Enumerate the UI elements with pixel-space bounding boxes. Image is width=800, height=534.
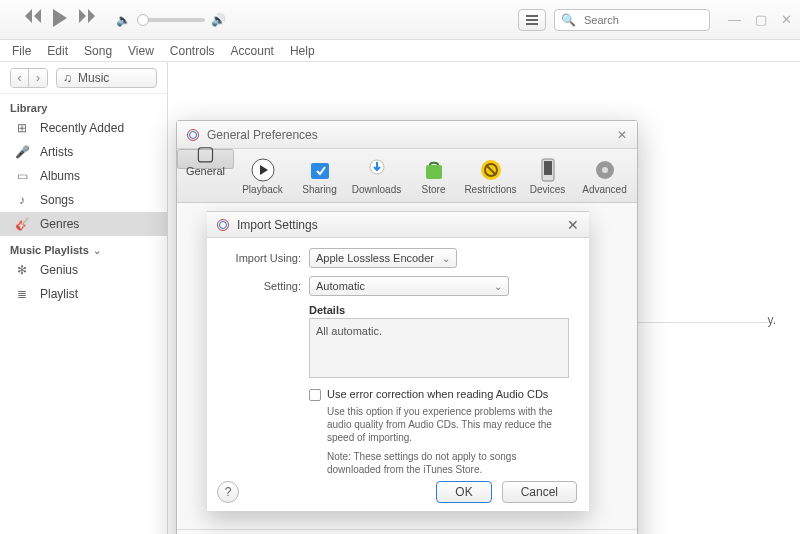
tab-label: Advanced: [582, 184, 626, 195]
close-button[interactable]: ✕: [567, 217, 579, 233]
next-track-button[interactable]: [78, 9, 96, 30]
import-using-dropdown[interactable]: Apple Lossless Encoder⌄: [309, 248, 457, 268]
background-text-partial: y.: [768, 313, 776, 327]
menu-file[interactable]: File: [12, 44, 31, 58]
svg-rect-3: [426, 165, 442, 179]
sidebar-item-label: Genius: [40, 263, 78, 277]
chevron-down-icon: ⌄: [494, 281, 502, 292]
search-input[interactable]: 🔍: [554, 9, 710, 31]
search-icon: 🔍: [561, 13, 576, 27]
dropdown-value: Automatic: [316, 280, 365, 292]
itunes-icon: [187, 129, 199, 141]
playback-tab-icon: [249, 156, 277, 184]
sidebar-item-label: Artists: [40, 145, 73, 159]
tab-sharing[interactable]: Sharing: [291, 149, 348, 202]
window-minimize-button[interactable]: —: [728, 12, 741, 27]
sidebar-item-label: Playlist: [40, 287, 78, 301]
menu-account[interactable]: Account: [231, 44, 274, 58]
tab-label: Downloads: [352, 184, 401, 195]
volume-max-icon: 🔊: [211, 13, 226, 27]
import-using-label: Import Using:: [219, 252, 301, 264]
checkbox-label: Use error correction when reading Audio …: [327, 388, 548, 400]
prev-track-button[interactable]: [24, 9, 42, 30]
help-button[interactable]: ?: [217, 481, 239, 503]
playlist-icon: ≣: [14, 287, 30, 301]
advanced-tab-icon: [591, 156, 619, 184]
general-preferences-dialog: General Preferences ✕ ▢General Playback …: [176, 120, 638, 534]
close-button[interactable]: ✕: [617, 128, 627, 142]
sidebar-section-library: Library: [0, 94, 167, 116]
menu-help[interactable]: Help: [290, 44, 315, 58]
svg-rect-7: [544, 161, 552, 175]
details-text: All automatic.: [309, 318, 569, 378]
sidebar-item-songs[interactable]: ♪Songs: [0, 188, 167, 212]
import-settings-dialog: Import Settings ✕ Import Using: Apple Lo…: [207, 211, 589, 511]
details-heading: Details: [309, 304, 577, 316]
devices-tab-icon: [534, 156, 562, 184]
tab-label: General: [186, 165, 225, 177]
prefs-tabbar: ▢General Playback Sharing Downloads Stor…: [177, 149, 637, 203]
setting-dropdown[interactable]: Automatic⌄: [309, 276, 509, 296]
menu-controls[interactable]: Controls: [170, 44, 215, 58]
store-tab-icon: [420, 156, 448, 184]
sidebar: ‹ › ♫ Music Library ⊞Recently Added 🎤Art…: [0, 62, 168, 534]
sharing-tab-icon: [306, 156, 334, 184]
genius-icon: ✻: [14, 263, 30, 277]
svg-rect-1: [311, 163, 329, 179]
sidebar-item-playlist[interactable]: ≣Playlist: [0, 282, 167, 306]
media-kind-dropdown[interactable]: ♫ Music: [56, 68, 157, 88]
nav-forward-button[interactable]: ›: [29, 69, 47, 87]
ok-button[interactable]: OK: [436, 481, 491, 503]
dialog-title: Import Settings: [237, 218, 318, 232]
list-view-button[interactable]: [518, 9, 546, 31]
album-icon: ▭: [14, 169, 30, 183]
cancel-button[interactable]: Cancel: [502, 481, 577, 503]
window-maximize-button[interactable]: ▢: [755, 12, 767, 27]
music-note-icon: ♫: [63, 71, 72, 85]
sidebar-item-label: Recently Added: [40, 121, 124, 135]
guitar-icon: 🎸: [14, 217, 30, 231]
play-button[interactable]: [52, 9, 68, 30]
menubar: File Edit Song View Controls Account Hel…: [0, 40, 800, 62]
sidebar-item-recently-added[interactable]: ⊞Recently Added: [0, 116, 167, 140]
checkbox-hint: Use this option if you experience proble…: [327, 405, 569, 444]
note-text: Note: These settings do not apply to son…: [327, 450, 569, 476]
clock-add-icon: ⊞: [14, 121, 30, 135]
sidebar-item-label: Albums: [40, 169, 80, 183]
nav-back-button[interactable]: ‹: [11, 69, 29, 87]
itunes-icon: [217, 219, 229, 231]
menu-view[interactable]: View: [128, 44, 154, 58]
tab-playback[interactable]: Playback: [234, 149, 291, 202]
tab-label: Playback: [242, 184, 283, 195]
tab-label: Store: [422, 184, 446, 195]
volume-mute-icon: 🔈: [116, 13, 131, 27]
sidebar-item-albums[interactable]: ▭Albums: [0, 164, 167, 188]
tab-label: Restrictions: [464, 184, 516, 195]
restrictions-tab-icon: [477, 156, 505, 184]
note-icon: ♪: [14, 193, 30, 207]
tab-advanced[interactable]: Advanced: [576, 149, 633, 202]
sidebar-item-label: Songs: [40, 193, 74, 207]
tab-downloads[interactable]: Downloads: [348, 149, 405, 202]
volume-slider[interactable]: 🔈 🔊: [116, 13, 226, 27]
tab-devices[interactable]: Devices: [519, 149, 576, 202]
dropdown-value: Apple Lossless Encoder: [316, 252, 434, 264]
tab-general[interactable]: ▢General: [177, 149, 234, 169]
sidebar-item-genres[interactable]: 🎸Genres: [0, 212, 167, 236]
window-close-button[interactable]: ✕: [781, 12, 792, 27]
chevron-down-icon: ⌄: [93, 245, 101, 256]
sidebar-section-playlists[interactable]: Music Playlists⌄: [0, 236, 167, 258]
error-correction-checkbox[interactable]: [309, 389, 321, 401]
general-tab-icon: ▢: [192, 141, 220, 165]
menu-edit[interactable]: Edit: [47, 44, 68, 58]
sidebar-item-genius[interactable]: ✻Genius: [0, 258, 167, 282]
sidebar-item-artists[interactable]: 🎤Artists: [0, 140, 167, 164]
tab-restrictions[interactable]: Restrictions: [462, 149, 519, 202]
tab-store[interactable]: Store: [405, 149, 462, 202]
sidebar-item-label: Genres: [40, 217, 79, 231]
player-titlebar: 🔈 🔊 🔍 — ▢ ✕: [0, 0, 800, 40]
dialog-title: General Preferences: [207, 128, 318, 142]
microphone-icon: 🎤: [14, 145, 30, 159]
chevron-down-icon: ⌄: [442, 253, 450, 264]
menu-song[interactable]: Song: [84, 44, 112, 58]
